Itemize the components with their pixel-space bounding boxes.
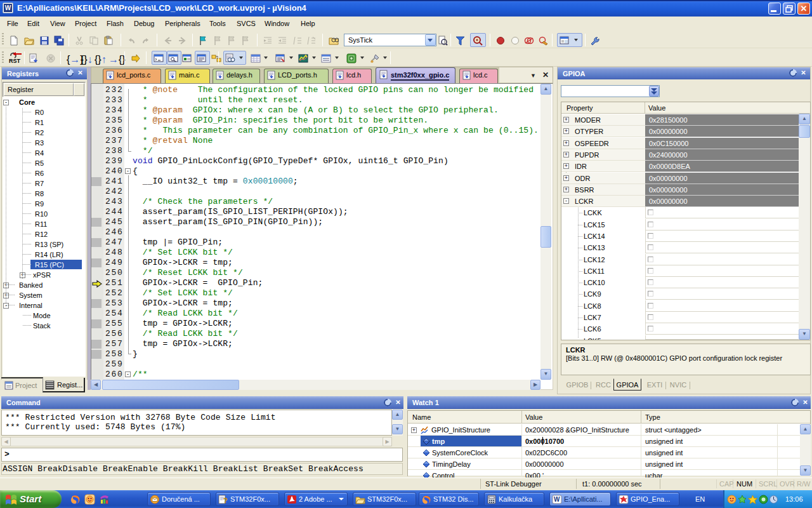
svg-text:W: W (554, 496, 560, 503)
svg-text:?: ? (223, 497, 228, 504)
